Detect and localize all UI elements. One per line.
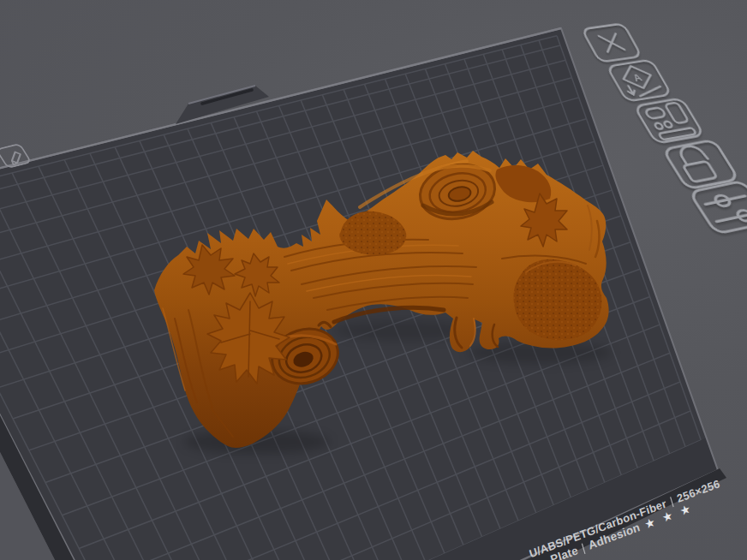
pencil-icon	[7, 151, 25, 164]
close-icon	[599, 33, 624, 52]
viewport-3d[interactable]: A	[0, 0, 747, 560]
orient-letter: A	[630, 72, 644, 84]
